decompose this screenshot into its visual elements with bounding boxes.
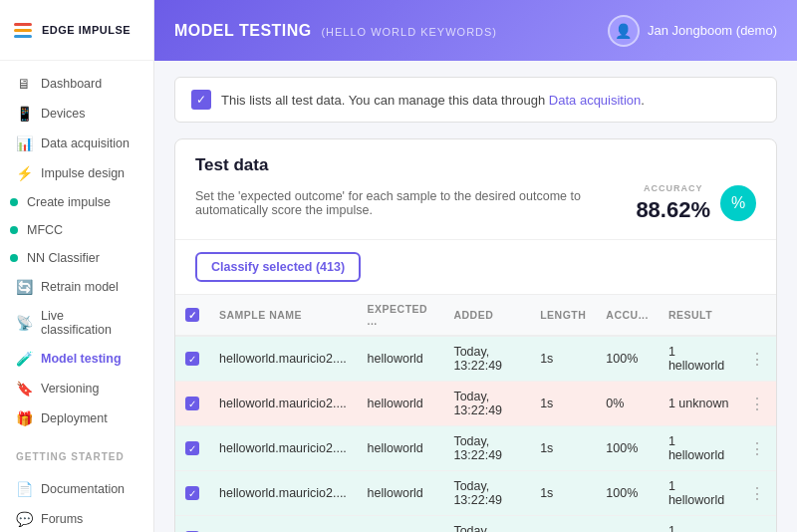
row-length: 1s [530, 382, 596, 426]
row-menu[interactable]: ⋮ [739, 426, 776, 471]
select-all-checkbox[interactable]: ✓ [185, 308, 199, 322]
getting-started-label: GETTING STARTED [0, 441, 153, 466]
row-sample: helloworld.mauricio2.... [209, 426, 358, 471]
mfcc-dot [10, 226, 18, 234]
page-subtitle: (HELLO WORLD KEYWORDS) [321, 26, 497, 38]
row-length: 1s [530, 516, 596, 533]
sidebar-label-versioning: Versioning [41, 382, 99, 396]
table-row: ✓ helloworld.mathijs3.w... helloworld To… [175, 516, 776, 533]
forums-icon: 💬 [16, 511, 32, 527]
live-icon: 📡 [16, 315, 32, 331]
table-row: ✓ helloworld.mauricio2.... helloworld To… [175, 382, 776, 426]
row-expected: helloworld [358, 426, 444, 471]
row-result: 1 unknown [659, 382, 739, 426]
deployment-icon: 🎁 [16, 410, 32, 426]
col-added: ADDED [443, 295, 530, 337]
row-checkbox[interactable]: ✓ [185, 486, 199, 500]
row-result: 1 helloworld [659, 516, 739, 533]
data-icon: 📊 [16, 135, 32, 151]
impulse-icon: ⚡ [16, 165, 32, 181]
sidebar-label-impulse-design: Impulse design [41, 166, 125, 180]
table-row: ✓ helloworld.mauricio2.... helloworld To… [175, 336, 776, 382]
table-header: ✓ SAMPLE NAME EXPECTED ... ADDED LENGTH … [175, 295, 776, 337]
devices-icon: 📱 [16, 106, 32, 122]
row-added: Today, 13:22:45 [443, 516, 530, 533]
info-banner: ✓ This lists all test data. You can mana… [174, 77, 777, 123]
subtitle-row: Set the 'expected outcome' for each samp… [195, 183, 756, 223]
row-accuracy: 100% [596, 516, 659, 533]
col-check: ✓ [175, 295, 209, 337]
sidebar-item-retrain-model[interactable]: 🔄 Retrain model [0, 272, 153, 302]
row-expected: helloworld [358, 471, 444, 516]
row-menu-icon[interactable]: ⋮ [749, 396, 766, 412]
row-menu[interactable]: ⋮ [739, 471, 776, 516]
sidebar-nav: 🖥 Dashboard 📱 Devices 📊 Data acquisition… [0, 61, 153, 441]
nn-dot [10, 254, 18, 262]
row-checkbox-cell: ✓ [175, 426, 209, 471]
table-row: ✓ helloworld.mauricio2.... helloworld To… [175, 426, 776, 471]
docs-icon: 📄 [16, 481, 32, 497]
main-content: ✓ This lists all test data. You can mana… [154, 61, 797, 532]
sidebar-item-create-impulse[interactable]: Create impulse [0, 188, 153, 216]
sidebar-item-model-testing[interactable]: 🧪 Model testing [0, 344, 153, 374]
main-panel: MODEL TESTING (HELLO WORLD KEYWORDS) 👤 J… [154, 0, 797, 532]
accuracy-section: ACCURACY 88.62% % [636, 183, 756, 223]
col-result: RESULT [659, 295, 739, 337]
sidebar-item-versioning[interactable]: 🔖 Versioning [0, 374, 153, 403]
row-added: Today, 13:22:49 [443, 426, 530, 471]
avatar: 👤 [608, 15, 640, 47]
sidebar-item-mfcc[interactable]: MFCC [0, 216, 153, 244]
data-acquisition-link[interactable]: Data acquisition [549, 93, 642, 108]
sidebar-label-mfcc: MFCC [27, 223, 63, 237]
row-checkbox[interactable]: ✓ [185, 352, 199, 366]
check-icon: ✓ [191, 90, 211, 110]
row-checkbox[interactable]: ✓ [185, 397, 199, 410]
row-accuracy: 0% [596, 382, 659, 426]
row-expected: helloworld [358, 382, 444, 426]
page-header: MODEL TESTING (HELLO WORLD KEYWORDS) 👤 J… [154, 0, 797, 61]
accuracy-block: ACCURACY 88.62% [636, 183, 710, 223]
col-accuracy: ACCU... [596, 295, 659, 337]
row-length: 1s [530, 336, 596, 382]
sidebar-item-forums[interactable]: 💬 Forums [0, 504, 153, 532]
row-menu-icon[interactable]: ⋮ [749, 485, 766, 502]
row-added: Today, 13:22:49 [443, 471, 530, 516]
row-menu[interactable]: ⋮ [739, 516, 776, 533]
sidebar-label-model-testing: Model testing [41, 352, 122, 366]
sidebar-label-docs: Documentation [41, 482, 125, 496]
sidebar-item-devices[interactable]: 📱 Devices [0, 99, 153, 129]
row-length: 1s [530, 471, 596, 516]
test-data-table: ✓ SAMPLE NAME EXPECTED ... ADDED LENGTH … [175, 294, 776, 532]
sidebar-label-devices: Devices [41, 107, 85, 121]
row-menu[interactable]: ⋮ [739, 382, 776, 426]
row-length: 1s [530, 426, 596, 471]
sidebar-label-data-acquisition: Data acquisition [41, 136, 130, 150]
row-menu-icon[interactable]: ⋮ [749, 351, 766, 368]
sidebar-item-dashboard[interactable]: 🖥 Dashboard [0, 69, 153, 99]
sidebar-item-data-acquisition[interactable]: 📊 Data acquisition [0, 129, 153, 158]
row-checkbox-cell: ✓ [175, 336, 209, 382]
sidebar-item-documentation[interactable]: 📄 Documentation [0, 474, 153, 504]
row-menu-icon[interactable]: ⋮ [749, 440, 766, 457]
sidebar-item-live-classification[interactable]: 📡 Live classification [0, 302, 153, 344]
page-title: MODEL TESTING [174, 22, 312, 39]
row-expected: helloworld [358, 516, 444, 533]
sidebar-item-deployment[interactable]: 🎁 Deployment [0, 403, 153, 433]
sidebar-item-impulse-design[interactable]: ⚡ Impulse design [0, 158, 153, 188]
sidebar-label-nn-classifier: NN Classifier [27, 251, 100, 265]
accuracy-icon: % [720, 185, 756, 221]
col-menu [739, 295, 776, 337]
row-checkbox-cell: ✓ [175, 471, 209, 516]
row-checkbox[interactable]: ✓ [185, 441, 199, 455]
row-menu[interactable]: ⋮ [739, 336, 776, 382]
row-expected: helloworld [358, 336, 444, 382]
dashboard-icon: 🖥 [16, 76, 32, 92]
user-info: 👤 Jan Jongboom (demo) [608, 15, 777, 47]
logo-area: EDGE IMPULSE [0, 0, 153, 61]
sidebar-item-nn-classifier[interactable]: NN Classifier [0, 244, 153, 272]
classify-button[interactable]: Classify selected (413) [195, 252, 361, 282]
row-sample: helloworld.mauricio2.... [209, 336, 358, 382]
table-row: ✓ helloworld.mauricio2.... helloworld To… [175, 471, 776, 516]
row-sample: helloworld.mauricio2.... [209, 471, 358, 516]
create-impulse-dot [10, 198, 18, 206]
